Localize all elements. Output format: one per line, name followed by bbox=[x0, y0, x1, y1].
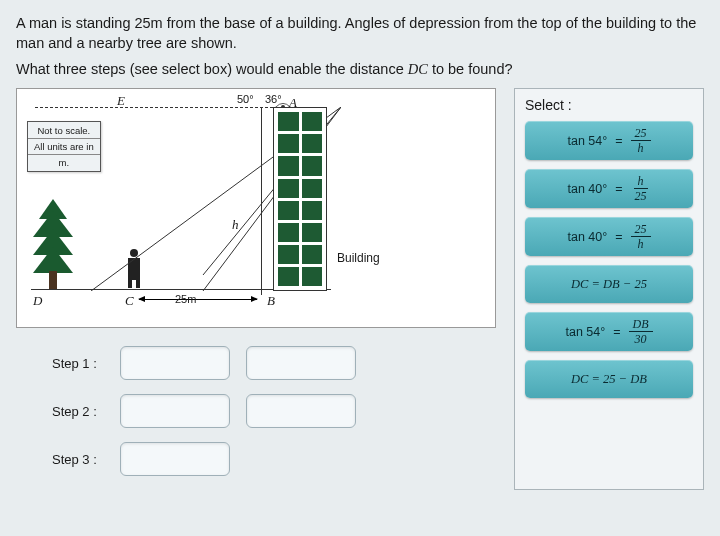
scale-note: Not to scale. All units are in m. bbox=[27, 121, 101, 172]
angle-50: 50° bbox=[237, 93, 254, 105]
option-tan54-db30[interactable]: tan 54°= DB30 bbox=[525, 312, 693, 351]
distance-25m: 25m bbox=[175, 293, 196, 305]
option-tan40-h25[interactable]: tan 40°= h25 bbox=[525, 169, 693, 208]
step2-slot[interactable] bbox=[120, 394, 230, 428]
building-label: Building bbox=[337, 251, 380, 265]
point-C: C bbox=[125, 293, 134, 309]
step1-label: Step 1 : bbox=[52, 356, 112, 371]
question-sub: What three steps (see select box) would … bbox=[16, 61, 704, 78]
option-tan40-25h[interactable]: tan 40°= 25h bbox=[525, 217, 693, 256]
step2-label: Step 2 : bbox=[52, 404, 112, 419]
option-dc-db-25[interactable]: DC = DB − 25 bbox=[525, 265, 693, 303]
step3-label: Step 3 : bbox=[52, 452, 112, 467]
step2-slot-alt[interactable] bbox=[246, 394, 356, 428]
select-panel: Select : tan 54°= 25h tan 40°= h25 tan 4… bbox=[514, 88, 704, 490]
distance-arrow bbox=[139, 299, 257, 300]
point-D: D bbox=[33, 293, 42, 309]
step3-slot[interactable] bbox=[120, 442, 230, 476]
point-B: B bbox=[267, 293, 275, 309]
option-tan54-25h[interactable]: tan 54°= 25h bbox=[525, 121, 693, 160]
building-icon bbox=[273, 107, 327, 291]
diagram: E 50° 36° A Not to scale. All units are … bbox=[16, 88, 496, 328]
step1-slot-alt[interactable] bbox=[246, 346, 356, 380]
option-dc-25-db[interactable]: DC = 25 − DB bbox=[525, 360, 693, 398]
step1-slot[interactable] bbox=[120, 346, 230, 380]
question-text: A man is standing 25m from the base of a… bbox=[16, 14, 704, 53]
select-title: Select : bbox=[525, 97, 693, 113]
height-h: h bbox=[232, 217, 239, 233]
tree-icon bbox=[31, 199, 75, 291]
